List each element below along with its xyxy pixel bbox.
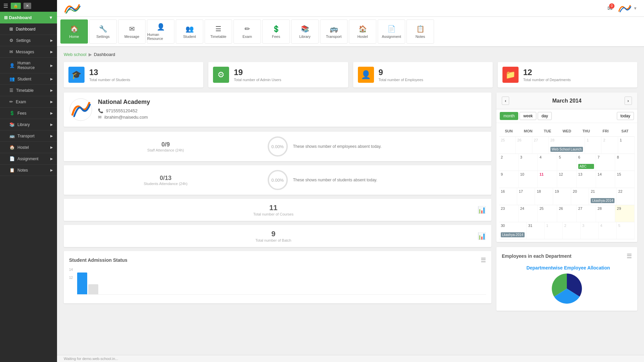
cal-cell[interactable]: 10 — [519, 171, 538, 188]
calendar-week-button[interactable]: week — [520, 112, 536, 120]
cal-cell[interactable]: 3 — [519, 154, 538, 171]
dept-chart-menu[interactable]: ☰ — [627, 252, 632, 260]
breadcrumb-separator: ▶ — [89, 52, 92, 57]
sidebar-item-library[interactable]: 📚 Library ▶ — [0, 119, 57, 130]
calendar-today-button[interactable]: today — [617, 112, 634, 120]
sidebar-item-notes[interactable]: 📋 Notes ▶ — [0, 165, 57, 176]
cal-cell[interactable]: 8 — [615, 154, 635, 171]
cal-cell[interactable]: 18 — [535, 188, 553, 205]
cal-cell[interactable]: 17 — [517, 188, 535, 205]
cal-cell[interactable]: 5 — [616, 222, 635, 239]
cal-cell[interactable]: 26 — [557, 205, 577, 222]
user-menu-button[interactable]: ▼ — [618, 3, 637, 13]
y-label-12: 12 — [69, 276, 73, 280]
close-sidebar-button[interactable]: ✕ — [23, 3, 31, 9]
nav-item-settings[interactable]: 🔧 Settings — [89, 19, 117, 44]
admission-chart-menu[interactable]: ☰ — [481, 256, 486, 264]
nav-item-student[interactable]: 👥 Student — [176, 19, 203, 44]
human-resource-icon: 👤 — [9, 63, 15, 68]
cal-cell[interactable]: 4 — [538, 154, 557, 171]
cal-cell[interactable]: 11 — [538, 171, 557, 188]
sidebar-section-dashboard[interactable]: ⊞ Dashboard ▼ — [0, 12, 57, 23]
nav-item-hostel[interactable]: 🏠 Hostel — [349, 19, 376, 44]
sidebar-item-timetable[interactable]: ☰ Timetable ▶ — [0, 85, 57, 96]
cal-cell[interactable]: 4 — [599, 222, 617, 239]
cal-cell[interactable]: 25 — [499, 137, 516, 154]
cal-cell[interactable]: 28 — [596, 205, 615, 222]
cal-cell[interactable]: 24 — [519, 205, 538, 222]
cal-cell[interactable]: 5 — [557, 154, 577, 171]
cal-cell[interactable]: 1 — [585, 137, 601, 154]
cal-cell[interactable]: 6ABC — [577, 154, 596, 171]
cal-cell[interactable]: 28Web School Launch — [549, 137, 585, 154]
employees-stat-icon: 👤 — [358, 67, 374, 83]
cal-cell[interactable]: 21Lkashya-2014 — [589, 188, 616, 205]
school-phone: 📞 9715555120452 — [98, 108, 486, 113]
sidebar-item-messages[interactable]: ✉ Messages ▶ — [0, 46, 57, 58]
calendar-prev-button[interactable]: ‹ — [502, 97, 509, 105]
sidebar-item-student[interactable]: 👥 Student ▶ — [0, 73, 57, 85]
cal-cell[interactable]: 13 — [577, 171, 596, 188]
nav-item-transport[interactable]: 🚌 Transport — [320, 19, 347, 44]
sidebar-item-exam[interactable]: ✏ Exam ▶ — [0, 96, 57, 108]
transport-icon: 🚌 — [9, 133, 15, 138]
employees-label: Total number of Employees — [379, 78, 423, 82]
lock-button[interactable]: 🔒 — [11, 3, 21, 9]
nav-item-exam[interactable]: ✏ Exam — [233, 19, 261, 44]
calendar-next-button[interactable]: › — [625, 97, 632, 105]
calendar-week-3: 9 10 11 12 13 14 15 — [499, 171, 635, 188]
cal-cell-today[interactable]: 29 — [615, 205, 635, 222]
bar-chart — [77, 268, 486, 295]
sidebar-item-assignment[interactable]: 📄 Assignment ▶ — [0, 153, 57, 165]
batch-label: Total number of Batch — [69, 238, 478, 242]
cal-cell[interactable]: 3 — [581, 222, 599, 239]
nav-item-message[interactable]: ✉ Message — [118, 19, 146, 44]
chevron-down-icon: ▼ — [633, 6, 637, 11]
cal-cell[interactable]: 27 — [532, 137, 549, 154]
cal-cell[interactable]: 20 — [571, 188, 589, 205]
cal-cell[interactable]: 2 — [499, 154, 519, 171]
cal-cell[interactable]: 22 — [616, 188, 635, 205]
calendar-month-button[interactable]: month — [500, 112, 518, 120]
cal-cell[interactable]: 7 — [596, 154, 615, 171]
nav-item-library[interactable]: 📚 Library — [291, 19, 319, 44]
sidebar-item-dashboard[interactable]: ⊞ Dashboard — [0, 23, 57, 35]
cal-cell[interactable]: 31 — [527, 222, 545, 239]
nav-item-assignment[interactable]: 📄 Assignment — [378, 19, 405, 44]
calendar-day-button[interactable]: day — [538, 112, 551, 120]
cal-cell[interactable]: 30Lkashya-2014 — [499, 222, 527, 239]
nav-item-notes[interactable]: 📋 Notes — [407, 19, 434, 44]
nav-item-fees[interactable]: 💲 Fees — [262, 19, 290, 44]
cal-cell[interactable]: 1 — [545, 222, 563, 239]
sidebar-item-transport[interactable]: 🚌 Transport ▶ — [0, 130, 57, 142]
nav-item-label: Message — [124, 35, 140, 39]
cal-cell[interactable]: 9 — [499, 171, 519, 188]
cal-cell[interactable]: 23 — [499, 205, 519, 222]
sidebar-item-fees[interactable]: 💲 Fees ▶ — [0, 108, 57, 119]
cal-cell[interactable]: 1 — [618, 137, 635, 154]
breadcrumb-parent[interactable]: Web school — [64, 52, 87, 57]
cal-cell[interactable]: 19 — [553, 188, 571, 205]
nav-item-timetable[interactable]: ☰ Timetable — [205, 19, 232, 44]
cal-cell[interactable]: 16 — [499, 188, 517, 205]
notification-button[interactable]: ✉ 0 — [607, 5, 612, 12]
sidebar-item-hostel[interactable]: 🏠 Hostel ▶ — [0, 142, 57, 153]
cal-cell[interactable]: 25 — [538, 205, 557, 222]
arrow-icon: ▶ — [50, 77, 53, 81]
sidebar-item-human-resource[interactable]: 👤 Human Resource ▶ — [0, 58, 57, 73]
student-att-label: Students Attendance (24h) — [69, 182, 262, 186]
cal-cell[interactable]: 2 — [601, 137, 618, 154]
nav-item-home[interactable]: 🏠 Home — [60, 19, 88, 44]
dept-chart-subtitle: Departmentwise Employee Allocation — [502, 264, 632, 272]
nav-menu: 🏠 Home 🔧 Settings ✉ Message 👤 Human Reso… — [57, 17, 644, 47]
cal-cell[interactable]: 26 — [516, 137, 532, 154]
sidebar-item-settings[interactable]: ⚙ Settings ▶ — [0, 35, 57, 46]
hamburger-icon[interactable]: ☰ — [3, 3, 8, 9]
cal-cell[interactable]: 2 — [562, 222, 581, 239]
cal-cell[interactable]: 27 — [577, 205, 596, 222]
cal-cell[interactable]: 15 — [615, 171, 635, 188]
nav-item-human-resource[interactable]: 👤 Human Resource — [147, 19, 174, 44]
cal-cell[interactable]: 14 — [596, 171, 615, 188]
cal-cell[interactable]: 12 — [557, 171, 577, 188]
calendar-title: March 2014 — [552, 98, 581, 104]
